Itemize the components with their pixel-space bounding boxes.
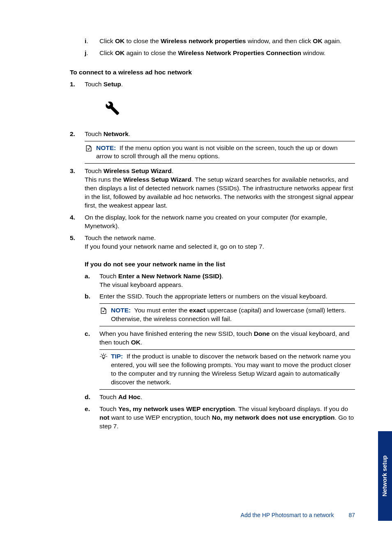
list-text: When you have finished entering the new … <box>99 330 349 346</box>
step-marker: 2. <box>70 130 75 139</box>
footer-section-link: Add the HP Photosmart to a network <box>241 512 334 518</box>
tip-text: TIP: If the product is unable to discove… <box>111 352 355 387</box>
list-marker: b. <box>85 292 90 301</box>
step-marker: 3. <box>70 167 75 176</box>
list-item-i: i. Click OK to close the Wireless networ… <box>85 37 355 46</box>
list-text: Touch Yes, my network uses WEP encryptio… <box>99 405 354 430</box>
list-marker: j. <box>85 49 88 58</box>
step-para: This runs the Wireless Setup Wizard. The… <box>85 176 355 210</box>
step-1: 1. Touch Setup. <box>70 80 355 119</box>
step-text: Touch Wireless Setup Wizard. <box>85 167 173 174</box>
list-marker: i. <box>85 37 88 46</box>
list-marker: e. <box>85 405 90 414</box>
step-2: 2. Touch Network. NOTE: If the menu opti… <box>70 130 355 164</box>
page-content: i. Click OK to close the Wireless networ… <box>70 37 355 430</box>
sub-item-e: e. Touch Yes, my network uses WEP encryp… <box>85 405 355 431</box>
step-text-2: If you found your network name and selec… <box>85 243 355 251</box>
sub-item-b: b. Enter the SSID. Touch the appropriate… <box>85 292 355 326</box>
chapter-tab: Network setup <box>378 431 392 521</box>
list-text: Click OK again to close the Wireless Net… <box>99 49 325 56</box>
sub-item-c: c. When you have finished entering the n… <box>85 330 355 390</box>
chapter-tab-label: Network setup <box>381 455 389 497</box>
sub-alpha-list: a. Touch Enter a New Network Name (SSID)… <box>85 272 355 431</box>
note-callout: NOTE: You must enter the exact uppercase… <box>99 303 355 326</box>
list-marker: d. <box>85 393 90 402</box>
list-marker: a. <box>85 272 90 281</box>
sub-item-a: a. Touch Enter a New Network Name (SSID)… <box>85 272 355 289</box>
section-heading: To connect to a wireless ad hoc network <box>70 68 355 77</box>
sub-heading: If you do not see your network name in t… <box>85 260 355 269</box>
note-callout: NOTE: If the menu option you want is not… <box>85 141 355 164</box>
list-text: Touch Ad Hoc. <box>99 393 142 400</box>
list-text: Touch Enter a New Network Name (SSID). <box>99 273 224 280</box>
note-icon <box>85 144 94 155</box>
list-item-j: j. Click OK again to close the Wireless … <box>85 49 355 58</box>
list-marker: c. <box>85 330 90 338</box>
list-text: Enter the SSID. Touch the appropriate le… <box>99 293 327 300</box>
lightbulb-icon <box>99 353 108 363</box>
list-text-2: The visual keyboard appears. <box>99 281 355 289</box>
list-text: Click OK to close the Wireless network p… <box>99 37 341 44</box>
step-marker: 4. <box>70 213 75 222</box>
step-text: Touch Setup. <box>85 81 123 88</box>
svg-point-0 <box>102 355 105 358</box>
numbered-steps: 1. Touch Setup. 2. Touch Network. NOT <box>70 80 355 431</box>
sub-item-d: d. Touch Ad Hoc. <box>85 393 355 402</box>
page-number: 87 <box>348 512 355 518</box>
step-3: 3. Touch Wireless Setup Wizard. This run… <box>70 167 355 210</box>
wrench-icon <box>99 96 355 119</box>
step-text: On the display, look for the network nam… <box>85 214 327 229</box>
step-marker: 1. <box>70 80 75 89</box>
step-4: 4. On the display, look for the network … <box>70 213 355 231</box>
step-text: Touch Network. <box>85 130 130 137</box>
document-page: i. Click OK to close the Wireless networ… <box>0 0 392 543</box>
page-footer: Add the HP Photosmart to a network 87 <box>241 511 355 519</box>
note-text: NOTE: If the menu option you want is not… <box>96 144 355 161</box>
upper-alpha-list: i. Click OK to close the Wireless networ… <box>85 37 355 58</box>
tip-callout: TIP: If the product is unable to discove… <box>99 349 355 390</box>
step-5: 5. Touch the network name. If you found … <box>70 234 355 431</box>
note-text: NOTE: You must enter the exact uppercase… <box>111 306 355 323</box>
step-text: Touch the network name. <box>85 234 156 241</box>
step-marker: 5. <box>70 234 75 243</box>
note-icon <box>99 307 108 317</box>
